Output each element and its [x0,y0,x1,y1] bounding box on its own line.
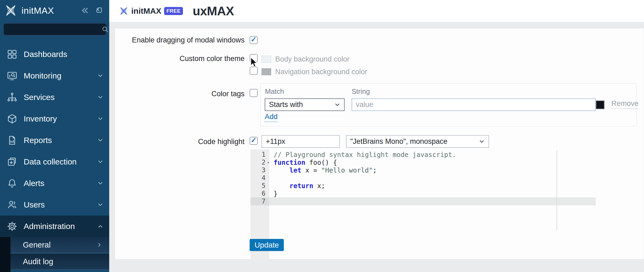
code-font-size-input[interactable] [261,135,340,148]
chevron-down-icon [334,102,340,108]
code-line: // Playground syntax higlight mode javas… [274,151,456,159]
sidebar-item-label: Services [24,93,55,102]
sidebar: initMAX DashboardsMonitoringServicesInve… [0,0,109,272]
sidebar-item-label: Alerts [24,179,44,188]
code-highlight-checkbox[interactable]: ✓ [250,137,258,145]
users-icon [6,199,18,210]
sidebar-brand: initMAX [22,5,54,16]
sidebar-item-services[interactable]: Services [0,87,109,108]
line-number: 1 [250,151,269,159]
initmax-logo-small-icon [119,6,129,16]
chevron-down-icon [97,73,103,79]
match-select-value: Starts with [269,101,303,109]
code-line: } [274,190,456,198]
submenu-indent-strip [0,237,10,272]
line-number: 7 [250,198,269,205]
chevron-up-icon [97,223,103,229]
sidebar-nav: DashboardsMonitoringServicesInventoryRep… [0,44,109,237]
fold-arrow-icon[interactable]: ▾ [267,159,270,166]
code-font-select-value: "JetBrains Mono", monospace [350,137,447,146]
body-bg-color-label: Body background color [275,55,349,63]
custom-theme-label: Custom color theme [115,55,245,63]
sidebar-item-label: Data collection [24,157,77,166]
code-line: function foo() { [274,159,456,166]
dashboards-icon [6,49,18,60]
update-button[interactable]: Update [250,239,284,251]
submenu-item-audit-log[interactable]: Audit log [10,254,109,270]
monitoring-icon [6,70,18,81]
code-line: return x; [274,182,456,190]
line-number: 4 [250,174,269,182]
add-tag-link[interactable]: Add [265,113,278,122]
sidebar-item-users[interactable]: Users [0,194,109,216]
header-brand: initMAX [131,6,161,16]
chevron-down-icon [97,116,103,122]
sidebar-item-monitoring[interactable]: Monitoring [0,65,109,87]
remove-tag-link[interactable]: Remove [611,99,639,109]
color-tags-label: Color tags [115,90,245,98]
chevron-down-icon [97,137,103,143]
main-header: initMAX FREE uxMAX [109,0,644,22]
chevron-down-icon [97,159,103,165]
sidebar-search [3,23,107,35]
initmax-logo-icon [4,3,18,17]
code-highlight-label: Code highlight [115,138,245,146]
data-collection-icon [6,156,18,167]
sidebar-item-label: Dashboards [24,50,67,59]
code-line [274,198,456,205]
nav-bg-color-checkbox[interactable]: ✓ [250,67,258,75]
custom-theme-checkbox[interactable]: ✓ [250,54,258,62]
page-title: uxMAX [193,4,234,18]
code-line: let x = "Hello world"; [274,166,456,174]
modal-drag-checkbox[interactable]: ✓ [250,36,258,44]
match-column-header: Match [265,87,284,96]
modal-drag-label: Enable dragging of modal windows [115,36,245,44]
sidebar-item-label: Users [24,200,45,209]
tag-string-input[interactable] [352,98,596,111]
sidebar-item-dashboards[interactable]: Dashboards [0,44,109,65]
alerts-icon [6,178,18,189]
collapse-sidebar-icon[interactable] [80,6,89,15]
sidebar-item-label: Inventory [24,114,57,123]
submenu-item-general[interactable]: General [10,237,109,253]
chevron-down-icon [479,139,485,145]
administration-icon [6,221,18,232]
sidebar-item-reports[interactable]: Reports [0,130,109,151]
services-icon [6,92,18,103]
sidebar-submenu: GeneralAudit log [0,237,109,272]
search-icon[interactable] [101,26,109,33]
nav-bg-color-swatch[interactable] [261,68,271,75]
chevron-down-icon [97,94,103,100]
sidebar-item-label: Reports [24,136,52,145]
sidebar-item-inventory[interactable]: Inventory [0,108,109,130]
line-number: 2▾ [250,159,269,166]
chevron-right-icon [97,242,102,248]
string-column-header: String [352,87,370,96]
nav-bg-color-label: Navigation background color [275,68,367,76]
editor-ruler [557,150,557,230]
pop-out-icon[interactable] [94,6,103,15]
code-editor[interactable]: // Playground syntax higlight mode javas… [274,151,456,205]
check-icon: ✓ [251,137,257,144]
submenu-item-label: Audit log [23,257,53,266]
sidebar-search-input[interactable] [4,25,101,34]
match-select[interactable]: Starts with [265,98,345,111]
color-tags-table: Match String Starts with Remove Add [260,83,636,126]
sidebar-item-label: Monitoring [24,71,61,80]
sidebar-item-alerts[interactable]: Alerts [0,173,109,194]
tag-color-swatch[interactable] [596,101,604,109]
reports-icon [6,135,18,146]
line-number: 6 [250,190,269,198]
editor-line-numbers: 12▾34567 [250,151,269,205]
line-number: 5 [250,182,269,190]
sidebar-item-label: Administration [24,222,75,231]
code-font-select[interactable]: "JetBrains Mono", monospace [346,135,489,148]
chevron-down-icon [97,180,103,186]
check-icon: ✓ [251,36,257,43]
body-bg-color-swatch[interactable] [261,56,271,63]
submenu-item-label: General [23,241,51,249]
color-tags-checkbox[interactable]: ✓ [250,89,258,97]
sidebar-item-administration[interactable]: Administration [0,216,109,237]
sidebar-header: initMAX [0,0,109,21]
sidebar-item-data-collection[interactable]: Data collection [0,151,109,173]
